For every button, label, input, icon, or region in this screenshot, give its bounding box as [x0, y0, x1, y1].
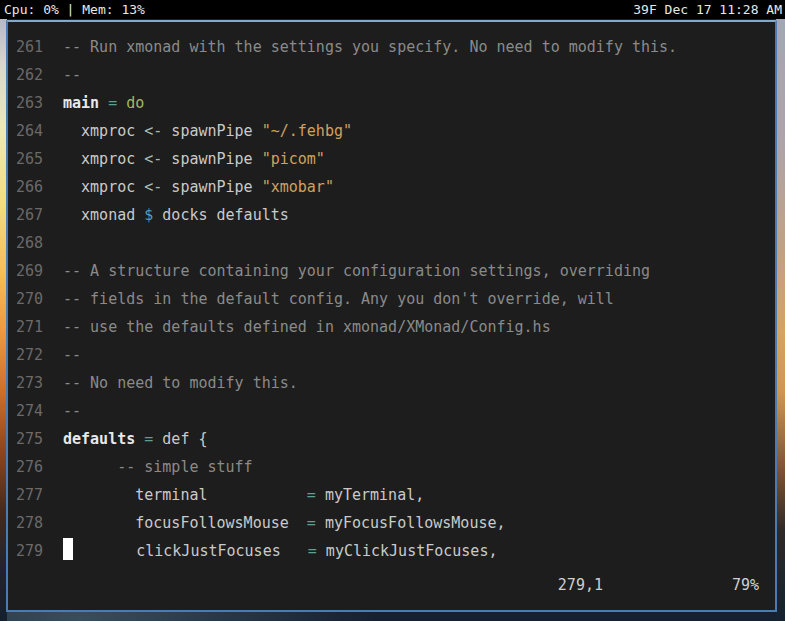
- code-text-def: main: [63, 94, 99, 112]
- code-text-dollar: $: [144, 206, 153, 224]
- code-line[interactable]: 269-- A structure containing your config…: [16, 257, 775, 285]
- code-text-fg: terminal: [63, 486, 307, 504]
- code-text-fg: xmproc: [63, 150, 144, 168]
- code-line[interactable]: 272--: [16, 341, 775, 369]
- code-line[interactable]: 261-- Run xmonad with the settings you s…: [16, 33, 775, 61]
- terminal-window[interactable]: 261-- Run xmonad with the settings you s…: [6, 20, 777, 612]
- line-number: 268: [16, 229, 53, 257]
- code-text-operator: =: [307, 486, 316, 504]
- system-stats-cpu-mem: Cpu: 0% | Mem: 13%: [4, 0, 145, 19]
- code-text-fg: myFocusFollowsMouse,: [316, 514, 506, 532]
- code-text-comment: --: [63, 66, 81, 84]
- code-line[interactable]: 274--: [16, 397, 775, 425]
- code-text-comment: -- simple stuff: [63, 458, 253, 476]
- vim-ruler-cursor-position: 279,1: [558, 571, 603, 599]
- line-number: 271: [16, 313, 53, 341]
- code-text-fg: xmproc: [63, 178, 144, 196]
- code-text-comment: -- fields in the default config. Any you…: [63, 290, 614, 308]
- code-text-fg: spawnPipe: [162, 122, 261, 140]
- code-line[interactable]: 267 xmonad $ docks defaults: [16, 201, 775, 229]
- code-text-fg: clickJustFocuses: [73, 542, 308, 560]
- line-number: 277: [16, 481, 53, 509]
- code-text-comment: -- No need to modify this.: [63, 374, 298, 392]
- code-text-keyword: do: [126, 94, 144, 112]
- code-line[interactable]: 278 focusFollowsMouse = myFocusFollowsMo…: [16, 509, 775, 537]
- vim-ruler-scroll-percent: 79%: [732, 571, 759, 599]
- code-text-fg: xmproc: [63, 122, 144, 140]
- code-text-fg: spawnPipe: [162, 150, 261, 168]
- line-number: 269: [16, 257, 53, 285]
- line-number: 276: [16, 453, 53, 481]
- code-text-comment: --: [63, 402, 81, 420]
- code-line[interactable]: 270-- fields in the default config. Any …: [16, 285, 775, 313]
- line-number: 263: [16, 89, 53, 117]
- code-line[interactable]: 266 xmproc <- spawnPipe "xmobar": [16, 173, 775, 201]
- vim-editor-buffer[interactable]: 261-- Run xmonad with the settings you s…: [8, 22, 775, 565]
- code-text-arrow: <-: [144, 178, 162, 196]
- code-text-comment: -- Run xmonad with the settings you spec…: [63, 38, 677, 56]
- code-line[interactable]: 264 xmproc <- spawnPipe "~/.fehbg": [16, 117, 775, 145]
- xmobar-status-bar: Cpu: 0% | Mem: 13% 39F Dec 17 11:28 AM: [0, 0, 785, 19]
- code-text-fg: spawnPipe: [162, 178, 261, 196]
- line-number: 270: [16, 285, 53, 313]
- line-number: 275: [16, 425, 53, 453]
- code-line[interactable]: 263main = do: [16, 89, 775, 117]
- line-number: 273: [16, 369, 53, 397]
- code-text-fg: myClickJustFocuses,: [317, 542, 498, 560]
- line-number: 264: [16, 117, 53, 145]
- code-line[interactable]: 276 -- simple stuff: [16, 453, 775, 481]
- line-number: 267: [16, 201, 53, 229]
- weather-date-clock: 39F Dec 17 11:28 AM: [633, 0, 782, 19]
- code-text-comment: -- A structure containing your configura…: [63, 262, 650, 280]
- code-line[interactable]: 265 xmproc <- spawnPipe "picom": [16, 145, 775, 173]
- code-text-string: "picom": [262, 150, 325, 168]
- code-line[interactable]: 262--: [16, 61, 775, 89]
- code-text-fg: myTerminal,: [316, 486, 424, 504]
- code-line[interactable]: 277 terminal = myTerminal,: [16, 481, 775, 509]
- code-text-string: "xmobar": [262, 178, 334, 196]
- code-text-operator: =: [308, 542, 317, 560]
- code-text-fg: focusFollowsMouse: [63, 514, 307, 532]
- code-line[interactable]: 273-- No need to modify this.: [16, 369, 775, 397]
- code-text-comment: -- use the defaults defined in xmonad/XM…: [63, 318, 551, 336]
- code-text-fg: [99, 94, 108, 112]
- line-number: 274: [16, 397, 53, 425]
- line-number: 261: [16, 33, 53, 61]
- code-text-fg: [117, 94, 126, 112]
- text-cursor-block: [63, 538, 73, 560]
- line-number: 265: [16, 145, 53, 173]
- line-number: 262: [16, 61, 53, 89]
- code-line[interactable]: 279 clickJustFocuses = myClickJustFocuse…: [16, 537, 775, 565]
- code-text-comment: --: [63, 346, 81, 364]
- code-text-fg: def {: [153, 430, 207, 448]
- code-text-fg: [135, 430, 144, 448]
- line-number: 279: [16, 537, 53, 565]
- code-text-fg: xmonad: [63, 206, 144, 224]
- code-line[interactable]: 275defaults = def {: [16, 425, 775, 453]
- code-text-string: "~/.fehbg": [262, 122, 352, 140]
- code-text-arrow: <-: [144, 150, 162, 168]
- code-text-def: defaults: [63, 430, 135, 448]
- code-line[interactable]: 268: [16, 229, 775, 257]
- code-text-fg: docks defaults: [153, 206, 288, 224]
- code-line[interactable]: 271-- use the defaults defined in xmonad…: [16, 313, 775, 341]
- line-number: 266: [16, 173, 53, 201]
- code-text-operator: =: [108, 94, 117, 112]
- code-text-arrow: <-: [144, 122, 162, 140]
- code-text-operator: =: [307, 514, 316, 532]
- line-number: 278: [16, 509, 53, 537]
- wallpaper-right-edge: [776, 19, 785, 621]
- code-text-operator: =: [144, 430, 153, 448]
- line-number: 272: [16, 341, 53, 369]
